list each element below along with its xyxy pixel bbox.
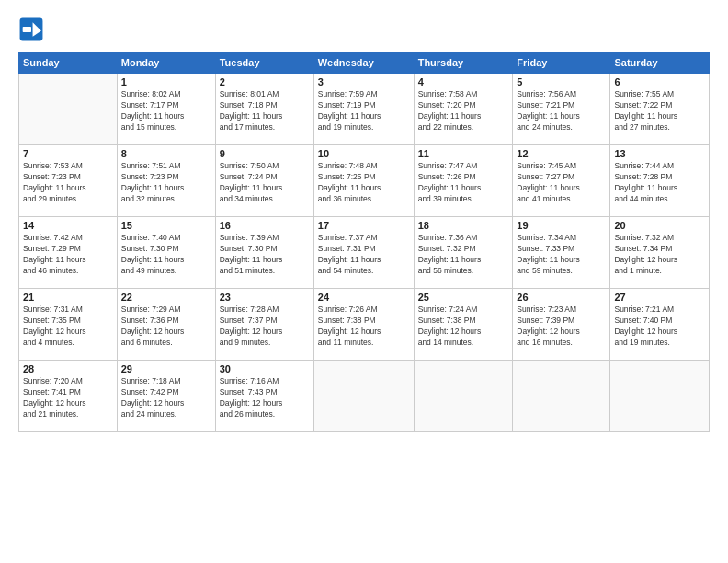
day-info: Sunrise: 7:32 AM Sunset: 7:34 PM Dayligh… <box>614 233 705 277</box>
day-info: Sunrise: 7:40 AM Sunset: 7:30 PM Dayligh… <box>121 233 211 277</box>
day-number: 14 <box>23 220 113 231</box>
day-info: Sunrise: 7:39 AM Sunset: 7:30 PM Dayligh… <box>220 233 310 277</box>
week-row-5: 28Sunrise: 7:20 AM Sunset: 7:41 PM Dayli… <box>19 361 710 432</box>
calendar-header-row: SundayMondayTuesdayWednesdayThursdayFrid… <box>19 52 710 74</box>
day-number: 4 <box>418 76 509 87</box>
calendar-table: SundayMondayTuesdayWednesdayThursdayFrid… <box>18 52 710 432</box>
logo-icon <box>18 17 44 42</box>
day-info: Sunrise: 8:02 AM Sunset: 7:17 PM Dayligh… <box>121 89 211 133</box>
day-number: 18 <box>418 220 509 231</box>
day-info: Sunrise: 7:56 AM Sunset: 7:21 PM Dayligh… <box>517 89 606 133</box>
day-info: Sunrise: 7:34 AM Sunset: 7:33 PM Dayligh… <box>517 233 606 277</box>
day-number: 13 <box>614 148 705 159</box>
calendar-cell: 27Sunrise: 7:21 AM Sunset: 7:40 PM Dayli… <box>610 289 710 361</box>
day-info: Sunrise: 7:37 AM Sunset: 7:31 PM Dayligh… <box>318 233 410 277</box>
calendar-cell: 22Sunrise: 7:29 AM Sunset: 7:36 PM Dayli… <box>117 289 215 361</box>
day-number: 7 <box>23 148 113 159</box>
day-info: Sunrise: 7:24 AM Sunset: 7:38 PM Dayligh… <box>418 304 509 349</box>
day-info: Sunrise: 7:47 AM Sunset: 7:26 PM Dayligh… <box>418 161 509 205</box>
col-header-friday: Friday <box>513 52 610 74</box>
day-info: Sunrise: 7:55 AM Sunset: 7:22 PM Dayligh… <box>614 89 705 133</box>
calendar-cell: 28Sunrise: 7:20 AM Sunset: 7:41 PM Dayli… <box>19 361 118 432</box>
calendar-cell <box>19 74 118 145</box>
calendar-cell: 21Sunrise: 7:31 AM Sunset: 7:35 PM Dayli… <box>19 289 118 361</box>
day-number: 28 <box>23 363 113 374</box>
col-header-sunday: Sunday <box>19 52 118 74</box>
calendar-cell: 15Sunrise: 7:40 AM Sunset: 7:30 PM Dayli… <box>117 217 215 289</box>
header <box>18 17 710 42</box>
svg-rect-2 <box>23 27 31 32</box>
day-number: 16 <box>220 220 310 231</box>
day-info: Sunrise: 7:21 AM Sunset: 7:40 PM Dayligh… <box>614 304 705 349</box>
day-number: 19 <box>517 220 606 231</box>
day-info: Sunrise: 7:31 AM Sunset: 7:35 PM Dayligh… <box>23 304 113 349</box>
day-number: 1 <box>121 76 211 87</box>
calendar-cell: 11Sunrise: 7:47 AM Sunset: 7:26 PM Dayli… <box>414 145 513 217</box>
day-info: Sunrise: 7:48 AM Sunset: 7:25 PM Dayligh… <box>318 161 410 205</box>
calendar-cell: 8Sunrise: 7:51 AM Sunset: 7:23 PM Daylig… <box>117 145 215 217</box>
col-header-monday: Monday <box>117 52 215 74</box>
calendar-cell: 1Sunrise: 8:02 AM Sunset: 7:17 PM Daylig… <box>117 74 215 145</box>
calendar-cell: 13Sunrise: 7:44 AM Sunset: 7:28 PM Dayli… <box>610 145 710 217</box>
col-header-tuesday: Tuesday <box>215 52 313 74</box>
calendar-cell: 2Sunrise: 8:01 AM Sunset: 7:18 PM Daylig… <box>215 74 313 145</box>
calendar-cell: 16Sunrise: 7:39 AM Sunset: 7:30 PM Dayli… <box>215 217 313 289</box>
day-number: 21 <box>23 292 113 303</box>
calendar-cell <box>513 361 610 432</box>
day-number: 5 <box>517 76 606 87</box>
week-row-2: 7Sunrise: 7:53 AM Sunset: 7:23 PM Daylig… <box>19 145 710 217</box>
day-number: 26 <box>517 292 606 303</box>
day-number: 27 <box>614 292 705 303</box>
day-info: Sunrise: 7:18 AM Sunset: 7:42 PM Dayligh… <box>121 376 211 420</box>
day-info: Sunrise: 7:36 AM Sunset: 7:32 PM Dayligh… <box>418 233 509 277</box>
day-number: 17 <box>318 220 410 231</box>
page: SundayMondayTuesdayWednesdayThursdayFrid… <box>0 0 728 563</box>
calendar-cell: 26Sunrise: 7:23 AM Sunset: 7:39 PM Dayli… <box>513 289 610 361</box>
week-row-3: 14Sunrise: 7:42 AM Sunset: 7:29 PM Dayli… <box>19 217 710 289</box>
calendar-cell: 9Sunrise: 7:50 AM Sunset: 7:24 PM Daylig… <box>215 145 313 217</box>
col-header-thursday: Thursday <box>414 52 513 74</box>
day-info: Sunrise: 7:58 AM Sunset: 7:20 PM Dayligh… <box>418 89 509 133</box>
day-info: Sunrise: 7:26 AM Sunset: 7:38 PM Dayligh… <box>318 304 410 349</box>
week-row-1: 1Sunrise: 8:02 AM Sunset: 7:17 PM Daylig… <box>19 74 710 145</box>
day-number: 29 <box>121 363 211 374</box>
day-info: Sunrise: 7:45 AM Sunset: 7:27 PM Dayligh… <box>517 161 606 205</box>
day-info: Sunrise: 7:50 AM Sunset: 7:24 PM Dayligh… <box>220 161 310 205</box>
calendar-cell: 4Sunrise: 7:58 AM Sunset: 7:20 PM Daylig… <box>414 74 513 145</box>
day-number: 20 <box>614 220 705 231</box>
calendar-cell: 6Sunrise: 7:55 AM Sunset: 7:22 PM Daylig… <box>610 74 710 145</box>
day-number: 8 <box>121 148 211 159</box>
calendar-cell: 24Sunrise: 7:26 AM Sunset: 7:38 PM Dayli… <box>313 289 414 361</box>
day-info: Sunrise: 7:51 AM Sunset: 7:23 PM Dayligh… <box>121 161 211 205</box>
day-number: 24 <box>318 292 410 303</box>
logo <box>18 17 48 42</box>
day-number: 30 <box>220 363 310 374</box>
calendar-cell: 29Sunrise: 7:18 AM Sunset: 7:42 PM Dayli… <box>117 361 215 432</box>
calendar-cell <box>414 361 513 432</box>
day-number: 10 <box>318 148 410 159</box>
calendar-cell: 7Sunrise: 7:53 AM Sunset: 7:23 PM Daylig… <box>19 145 118 217</box>
calendar-cell: 25Sunrise: 7:24 AM Sunset: 7:38 PM Dayli… <box>414 289 513 361</box>
day-number: 15 <box>121 220 211 231</box>
day-number: 6 <box>614 76 705 87</box>
day-info: Sunrise: 7:53 AM Sunset: 7:23 PM Dayligh… <box>23 161 113 205</box>
calendar-cell: 12Sunrise: 7:45 AM Sunset: 7:27 PM Dayli… <box>513 145 610 217</box>
day-info: Sunrise: 7:59 AM Sunset: 7:19 PM Dayligh… <box>318 89 410 133</box>
day-info: Sunrise: 7:23 AM Sunset: 7:39 PM Dayligh… <box>517 304 606 349</box>
day-info: Sunrise: 7:29 AM Sunset: 7:36 PM Dayligh… <box>121 304 211 349</box>
calendar-cell: 5Sunrise: 7:56 AM Sunset: 7:21 PM Daylig… <box>513 74 610 145</box>
day-info: Sunrise: 7:28 AM Sunset: 7:37 PM Dayligh… <box>220 304 310 349</box>
day-number: 9 <box>220 148 310 159</box>
day-info: Sunrise: 7:42 AM Sunset: 7:29 PM Dayligh… <box>23 233 113 277</box>
col-header-wednesday: Wednesday <box>313 52 414 74</box>
day-info: Sunrise: 7:20 AM Sunset: 7:41 PM Dayligh… <box>23 376 113 420</box>
day-number: 25 <box>418 292 509 303</box>
calendar-cell: 14Sunrise: 7:42 AM Sunset: 7:29 PM Dayli… <box>19 217 118 289</box>
day-number: 22 <box>121 292 211 303</box>
calendar-cell: 3Sunrise: 7:59 AM Sunset: 7:19 PM Daylig… <box>313 74 414 145</box>
calendar-cell <box>610 361 710 432</box>
col-header-saturday: Saturday <box>610 52 710 74</box>
calendar-cell: 19Sunrise: 7:34 AM Sunset: 7:33 PM Dayli… <box>513 217 610 289</box>
calendar-cell: 18Sunrise: 7:36 AM Sunset: 7:32 PM Dayli… <box>414 217 513 289</box>
calendar-cell: 23Sunrise: 7:28 AM Sunset: 7:37 PM Dayli… <box>215 289 313 361</box>
